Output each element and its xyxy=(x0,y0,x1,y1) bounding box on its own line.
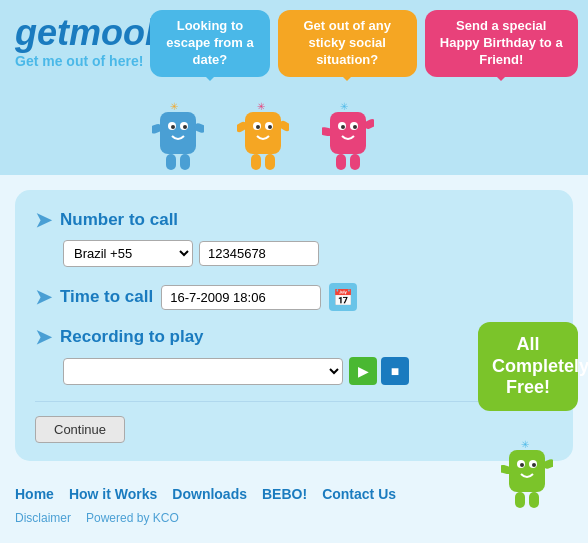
svg-point-4 xyxy=(171,125,175,129)
svg-rect-11 xyxy=(245,112,281,154)
arrow-icon-recording: ➤ xyxy=(35,325,52,349)
footer-nav: Home How it Works Downloads BEBO! Contac… xyxy=(0,476,588,507)
svg-rect-18 xyxy=(251,154,261,170)
time-section: ➤ Time to call 📅 xyxy=(35,283,553,311)
powered-by-link[interactable]: Powered by KCO xyxy=(86,511,179,525)
svg-rect-9 xyxy=(180,154,190,170)
svg-text:✳: ✳ xyxy=(170,101,178,112)
bubble-birthday: Send a special Happy Birthday to a Frien… xyxy=(425,10,579,77)
arrow-icon-number: ➤ xyxy=(35,208,52,232)
recording-row: ▶ ■ xyxy=(35,357,553,385)
mascot-orange: ✳ xyxy=(235,100,290,175)
svg-rect-28 xyxy=(336,154,346,170)
bubble-social: Get out of any sticky social situation? xyxy=(278,10,417,77)
svg-rect-29 xyxy=(350,154,360,170)
nav-links: Home How it Works Downloads BEBO! Contac… xyxy=(15,486,573,502)
svg-rect-1 xyxy=(160,112,196,154)
country-select[interactable]: Brazil +55USA +1UK +44Australia +61 xyxy=(63,240,193,267)
number-inputs: Brazil +55USA +1UK +44Australia +61 xyxy=(35,240,553,267)
continue-button[interactable]: Continue xyxy=(35,416,125,443)
svg-point-5 xyxy=(183,125,187,129)
svg-rect-39 xyxy=(529,492,539,508)
disclaimer-link[interactable]: Disclaimer xyxy=(15,511,71,525)
mascot-pink: ✳ xyxy=(320,100,375,175)
svg-point-34 xyxy=(520,463,524,467)
main-content: ➤ Number to call Brazil +55USA +1UK +44A… xyxy=(0,175,588,476)
mascots-area: ✳ ✳ xyxy=(140,100,588,175)
svg-rect-31 xyxy=(509,450,545,492)
recording-label-row: ➤ Recording to play xyxy=(35,325,553,349)
media-controls: ▶ ■ xyxy=(349,357,409,385)
svg-point-35 xyxy=(532,463,536,467)
nav-bebo[interactable]: BEBO! xyxy=(262,486,307,502)
free-badge: All Completely Free! xyxy=(478,322,578,411)
nav-contact[interactable]: Contact Us xyxy=(322,486,396,502)
svg-rect-21 xyxy=(330,112,366,154)
time-label: Time to call xyxy=(60,287,153,307)
speech-bubbles: Looking to escape from a date? Get out o… xyxy=(150,10,578,77)
svg-point-24 xyxy=(341,125,345,129)
header-section: getmooh.com ✳ Get me out of here! Lookin… xyxy=(0,0,588,175)
svg-rect-19 xyxy=(265,154,275,170)
nav-downloads[interactable]: Downloads xyxy=(172,486,247,502)
footer-bottom: Disclaimer Powered by KCO xyxy=(0,507,588,535)
number-label: Number to call xyxy=(60,210,178,230)
time-input[interactable] xyxy=(161,285,321,310)
number-section: ➤ Number to call Brazil +55USA +1UK +44A… xyxy=(35,208,553,267)
svg-text:✳: ✳ xyxy=(257,101,265,112)
recording-label: Recording to play xyxy=(60,327,204,347)
form-divider xyxy=(35,401,553,402)
calendar-button[interactable]: 📅 xyxy=(329,283,357,311)
nav-how-it-works[interactable]: How it Works xyxy=(69,486,157,502)
form-card: ➤ Number to call Brazil +55USA +1UK +44A… xyxy=(15,190,573,461)
nav-home[interactable]: Home xyxy=(15,486,54,502)
recording-select[interactable] xyxy=(63,358,343,385)
mascot-blue: ✳ xyxy=(150,100,205,175)
bubble-date: Looking to escape from a date? xyxy=(150,10,270,77)
svg-rect-8 xyxy=(166,154,176,170)
svg-point-14 xyxy=(256,125,260,129)
svg-text:✳: ✳ xyxy=(521,439,529,450)
svg-rect-38 xyxy=(515,492,525,508)
phone-input[interactable] xyxy=(199,241,319,266)
svg-text:✳: ✳ xyxy=(340,101,348,112)
stop-button[interactable]: ■ xyxy=(381,357,409,385)
recording-section: ➤ Recording to play ▶ ■ xyxy=(35,325,553,385)
play-button[interactable]: ▶ xyxy=(349,357,377,385)
svg-point-15 xyxy=(268,125,272,129)
arrow-icon-time: ➤ xyxy=(35,285,52,309)
number-label-row: ➤ Number to call xyxy=(35,208,553,232)
mascot-green: ✳ xyxy=(501,438,553,516)
svg-point-25 xyxy=(353,125,357,129)
